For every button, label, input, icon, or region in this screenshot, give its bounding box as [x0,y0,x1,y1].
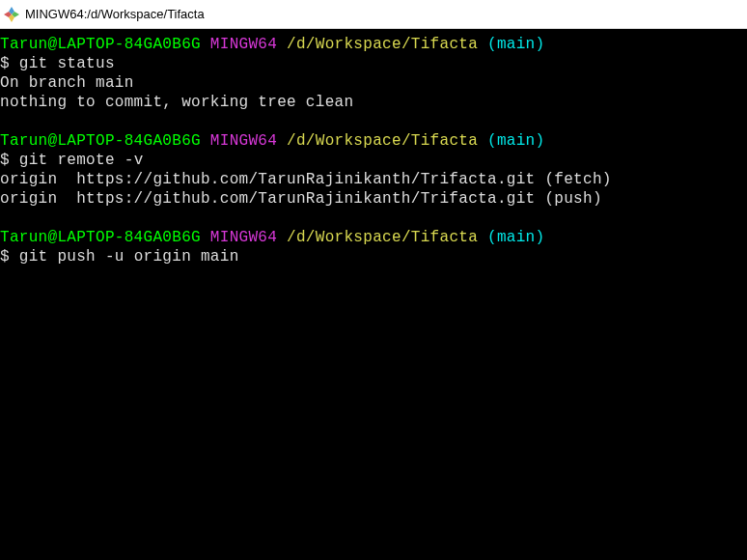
prompt-env: MINGW64 [210,36,277,53]
output-line: origin https://github.com/TarunRajinikan… [0,170,747,189]
prompt-user: Tarun@LAPTOP-84GA0B6G [0,36,201,53]
prompt-user: Tarun@LAPTOP-84GA0B6G [0,229,201,246]
command-line: $ git status [0,54,747,73]
prompt-branch-open: ( [487,36,497,53]
prompt-branch: main [497,36,536,53]
prompt-branch-open: ( [487,229,497,246]
prompt-symbol: $ [0,248,19,266]
command-line: $ git push -u origin main [0,247,747,266]
app-icon [4,7,19,22]
prompt-branch-close: ) [536,36,545,53]
blank-line [0,112,747,131]
command-text: git status [19,55,115,72]
prompt-path: /d/Workspace/Tifacta [287,132,478,150]
prompt-branch: main [497,229,536,246]
window-title-bar[interactable]: MINGW64:/d/Workspace/Tifacta [0,0,747,29]
command-text: git remote -v [19,152,144,169]
prompt-branch: main [497,132,536,150]
prompt-env: MINGW64 [210,132,277,150]
prompt-line: Tarun@LAPTOP-84GA0B6G MINGW64 /d/Workspa… [0,35,747,54]
command-line: $ git remote -v [0,151,747,170]
output-line: origin https://github.com/TarunRajinikan… [0,189,747,209]
prompt-symbol: $ [0,152,19,169]
blank-line [0,209,747,228]
output-line: nothing to commit, working tree clean [0,93,747,112]
prompt-branch-close: ) [536,229,545,246]
prompt-branch-open: ( [487,132,497,150]
prompt-user: Tarun@LAPTOP-84GA0B6G [0,132,201,150]
prompt-env: MINGW64 [210,229,277,246]
prompt-symbol: $ [0,55,19,72]
command-text: git push -u origin main [19,248,239,266]
prompt-line: Tarun@LAPTOP-84GA0B6G MINGW64 /d/Workspa… [0,228,747,247]
prompt-path: /d/Workspace/Tifacta [287,229,478,246]
prompt-branch-close: ) [536,132,545,150]
prompt-path: /d/Workspace/Tifacta [287,36,478,53]
window-title: MINGW64:/d/Workspace/Tifacta [25,7,205,21]
prompt-line: Tarun@LAPTOP-84GA0B6G MINGW64 /d/Workspa… [0,131,747,151]
output-line: On branch main [0,73,747,93]
terminal-area[interactable]: Tarun@LAPTOP-84GA0B6G MINGW64 /d/Workspa… [0,29,747,560]
